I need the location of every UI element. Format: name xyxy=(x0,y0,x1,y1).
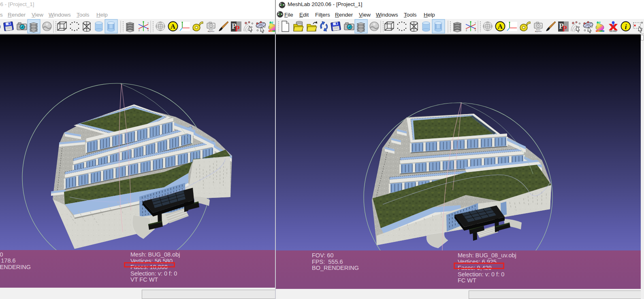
svg-text:P: P xyxy=(562,24,567,33)
svg-text:Alignment: Alignment xyxy=(208,31,214,32)
svg-text:A: A xyxy=(171,23,176,30)
svg-text:Y: Y xyxy=(147,22,149,24)
svg-text:X: X xyxy=(147,29,149,32)
svg-text:Z: Z xyxy=(466,29,467,32)
svg-text:Z: Z xyxy=(139,29,140,32)
svg-text:P: P xyxy=(235,24,240,33)
svg-text:i: i xyxy=(625,23,627,31)
svg-text:Alignment: Alignment xyxy=(535,31,542,32)
svg-text:GEOREF: GEOREF xyxy=(609,30,617,32)
svg-text:A: A xyxy=(498,23,503,30)
svg-text:Y: Y xyxy=(475,22,476,24)
svg-text:X: X xyxy=(475,29,476,32)
